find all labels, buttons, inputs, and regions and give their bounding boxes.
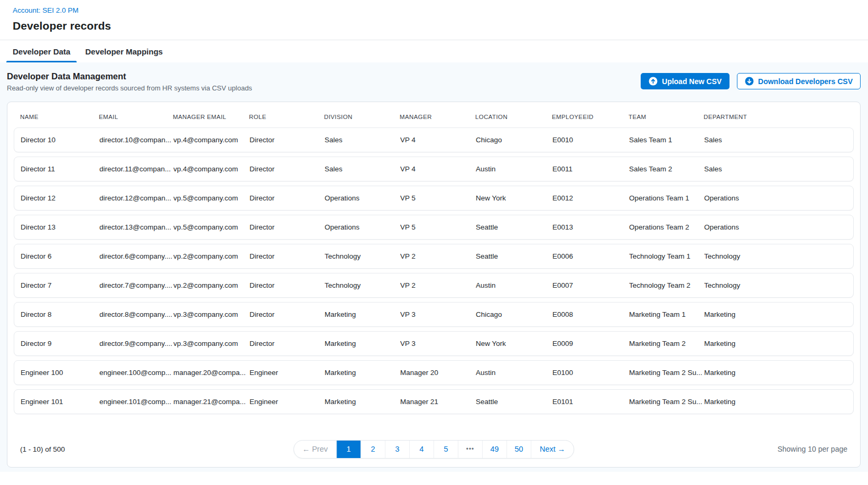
prev-page-button[interactable]: ← Prev: [294, 441, 336, 458]
tab-developer-mappings[interactable]: Developer Mappings: [78, 40, 170, 62]
table-cell: Seattle: [476, 252, 552, 260]
column-header: ROLE: [249, 114, 324, 120]
table-cell: Technology Team 2: [629, 281, 704, 289]
table-cell: Marketing: [325, 340, 400, 347]
result-range-label: (1 - 10) of 500: [20, 445, 65, 453]
table-row: Engineer 100engineer.100@comp...manager.…: [14, 360, 854, 385]
next-page-button[interactable]: Next →: [531, 441, 574, 458]
table-cell: Technology: [325, 252, 400, 260]
table-cell: Director 7: [21, 281, 99, 289]
table-cell: Marketing Team 2 Su...: [629, 398, 704, 406]
table-cell: E0011: [552, 165, 629, 173]
table-cell: Director: [250, 223, 325, 231]
table-cell: Director 10: [21, 136, 99, 144]
table-cell: vp.4@company.com: [173, 136, 250, 144]
table-cell: Sales Team 2: [629, 165, 704, 173]
page-button[interactable]: 50: [506, 441, 531, 458]
upload-new-csv-button[interactable]: Upload New CSV: [641, 73, 730, 89]
table-cell: E0012: [552, 194, 629, 202]
table-cell: Engineer: [250, 398, 325, 406]
table-cell: Marketing: [704, 310, 847, 318]
upload-icon: [649, 77, 658, 86]
table-cell: Sales: [325, 136, 400, 144]
table-cell: Chicago: [476, 136, 552, 144]
column-header: TEAM: [629, 114, 704, 120]
table-cell: Technology: [704, 252, 847, 260]
table-cell: vp.2@company.com: [173, 281, 250, 289]
table-cell: VP 4: [400, 165, 476, 173]
table-cell: Sales Team 1: [629, 136, 704, 144]
table-cell: E0009: [552, 340, 629, 347]
per-page-label: Showing 10 per page: [778, 445, 847, 453]
table-cell: VP 4: [400, 136, 476, 144]
table-cell: Sales: [704, 165, 847, 173]
download-developers-csv-button[interactable]: Download Developers CSV: [737, 73, 861, 89]
table-cell: VP 3: [400, 310, 476, 318]
table-cell: Operations: [704, 223, 847, 231]
section-header: Developer Data Management Read-only view…: [7, 71, 861, 92]
page-button[interactable]: 3: [385, 441, 409, 458]
tab-developer-data[interactable]: Developer Data: [5, 40, 78, 62]
table-cell: Seattle: [476, 223, 552, 231]
table-cell: Director: [250, 194, 325, 202]
tab-bar: Developer Data Developer Mappings: [0, 40, 868, 62]
download-button-label: Download Developers CSV: [758, 77, 853, 86]
table-cell: Austin: [476, 369, 552, 377]
table-cell: VP 2: [400, 281, 476, 289]
column-header: NAME: [20, 114, 99, 120]
table-cell: Operations: [704, 194, 847, 202]
table-cell: Sales: [325, 165, 400, 173]
table-cell: director.6@company....: [99, 252, 173, 260]
page-button[interactable]: 1: [336, 441, 361, 458]
account-breadcrumb-link[interactable]: Account: SEI 2.0 PM: [13, 6, 79, 14]
table-cell: Director: [250, 281, 325, 289]
table-cell: New York: [476, 340, 552, 347]
table-row: Director 13director.13@compan...vp.5@com…: [14, 215, 854, 240]
table-cell: vp.5@company.com: [173, 223, 250, 231]
table-cell: manager.21@compa...: [173, 398, 250, 406]
table-row: Director 10director.10@compan...vp.4@com…: [14, 127, 854, 152]
content-area: Developer Data Management Read-only view…: [0, 62, 868, 472]
table-cell: Technology Team 1: [629, 252, 704, 260]
column-header: DEPARTMENT: [704, 114, 847, 120]
table-cell: E0010: [552, 136, 629, 144]
table-cell: Director: [250, 310, 325, 318]
table-cell: vp.2@company.com: [173, 252, 250, 260]
table-cell: Marketing: [325, 310, 400, 318]
table-body: Director 10director.10@compan...vp.4@com…: [14, 127, 854, 414]
table-cell: Director 11: [21, 165, 99, 173]
table-cell: E0006: [552, 252, 629, 260]
table-cell: Engineer 100: [21, 369, 99, 377]
table-cell: Austin: [476, 281, 552, 289]
page-button[interactable]: 5: [433, 441, 458, 458]
table-cell: Operations Team 2: [629, 223, 704, 231]
table-cell: Manager 20: [400, 369, 476, 377]
table-cell: director.9@company....: [99, 340, 173, 347]
table-footer: (1 - 10) of 500 ← Prev 12345•••4950 Next…: [14, 438, 854, 460]
section-titles: Developer Data Management Read-only view…: [7, 71, 252, 92]
page-button[interactable]: 49: [482, 441, 506, 458]
table-cell: Marketing Team 2: [629, 340, 704, 347]
table-cell: Sales: [704, 136, 847, 144]
table-cell: director.10@compan...: [99, 136, 173, 144]
table-cell: Technology: [325, 281, 400, 289]
table-cell: Director 8: [21, 310, 99, 318]
table-cell: director.7@company....: [99, 281, 173, 289]
table-cell: director.11@compan...: [99, 165, 173, 173]
table-cell: Chicago: [476, 310, 552, 318]
table-cell: vp.5@company.com: [173, 194, 250, 202]
table-cell: Austin: [476, 165, 552, 173]
table-cell: VP 5: [400, 194, 476, 202]
table-cell: Marketing: [325, 398, 400, 406]
column-header: LOCATION: [475, 114, 552, 120]
page-button[interactable]: 4: [409, 441, 433, 458]
table-cell: Seattle: [476, 398, 552, 406]
table-cell: Engineer 101: [21, 398, 99, 406]
table-cell: Marketing: [704, 369, 847, 377]
table-cell: engineer.100@comp...: [99, 369, 173, 377]
page-button[interactable]: 2: [361, 441, 385, 458]
table-cell: Director 12: [21, 194, 99, 202]
column-header: EMAIL: [99, 114, 173, 120]
table-cell: Operations: [325, 223, 400, 231]
table-row: Director 9director.9@company....vp.3@com…: [14, 331, 854, 356]
